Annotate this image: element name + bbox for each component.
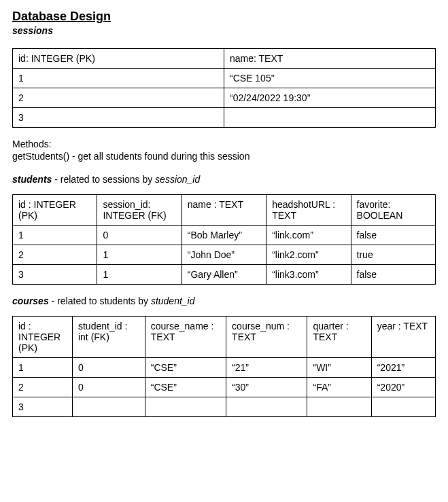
cell: 2	[13, 245, 97, 265]
table-row: id : INTEGER (PK) session_id: INTEGER (F…	[13, 195, 436, 226]
cell: 1	[13, 226, 97, 245]
cell: 0	[97, 226, 182, 245]
cell: “FA”	[307, 378, 371, 397]
cell: “link2.com”	[266, 245, 351, 265]
cell: “link3.com”	[266, 265, 351, 285]
cell: “2021”	[371, 358, 435, 378]
students-label-name: students	[12, 174, 52, 185]
students-label-key: session_id	[155, 174, 200, 185]
cell	[226, 397, 307, 417]
courses-header-quarter: quarter : TEXT	[307, 317, 371, 358]
cell	[307, 397, 371, 417]
table-row: 1 “CSE 105”	[13, 69, 436, 88]
courses-table: id : INTEGER (PK) student_id : int (FK) …	[12, 316, 436, 417]
cell: “CSE”	[145, 358, 226, 378]
cell	[145, 397, 226, 417]
courses-header-course-num: course_num : TEXT	[226, 317, 307, 358]
students-header-headshot: headshotURL : TEXT	[266, 195, 351, 226]
courses-header-student-id: student_id : int (FK)	[72, 317, 145, 358]
cell: 0	[72, 358, 145, 378]
courses-header-year: year : TEXT	[371, 317, 435, 358]
students-header-favorite: favorite: BOOLEAN	[351, 195, 435, 226]
table-row: 2 0 “CSE” “30” “FA” “2020”	[13, 378, 436, 397]
cell	[371, 397, 435, 417]
table-row: 2 “02/24/2022 19:30”	[13, 88, 436, 108]
cell: true	[351, 245, 435, 265]
courses-label-name: courses	[12, 295, 49, 306]
courses-header-course-name: course_name : TEXT	[145, 317, 226, 358]
cell: “CSE”	[145, 378, 226, 397]
table-row: id: INTEGER (PK) name: TEXT	[13, 49, 436, 69]
cell: false	[351, 265, 435, 285]
cell: “30”	[226, 378, 307, 397]
cell: “John Doe”	[182, 245, 266, 265]
cell: 1	[97, 245, 182, 265]
cell: “02/24/2022 19:30”	[224, 88, 436, 108]
students-header-session-id: session_id: INTEGER (FK)	[97, 195, 182, 226]
cell	[72, 397, 145, 417]
table-row: 3 1 “Gary Allen” “link3.com” false	[13, 265, 436, 285]
cell: “Bob Marley”	[182, 226, 266, 245]
courses-label-key: student_id	[151, 295, 195, 306]
cell: 3	[13, 108, 224, 128]
students-header-name: name : TEXT	[182, 195, 266, 226]
courses-header-id: id : INTEGER (PK)	[13, 317, 73, 358]
cell: “21”	[226, 358, 307, 378]
cell: “CSE 105”	[224, 69, 436, 88]
cell: false	[351, 226, 435, 245]
sessions-header-name: name: TEXT	[224, 49, 436, 69]
cell: “WI”	[307, 358, 371, 378]
table-row: 2 1 “John Doe” “link2.com” true	[13, 245, 436, 265]
table-row: 3	[13, 108, 436, 128]
methods-body: getStudents() - get all students found d…	[12, 151, 436, 162]
sessions-header-id: id: INTEGER (PK)	[13, 49, 224, 69]
students-header-id: id : INTEGER (PK)	[13, 195, 97, 226]
methods-label: Methods:	[12, 139, 436, 149]
table-row: 1 0 “CSE” “21” “WI” “2021”	[13, 358, 436, 378]
cell: 3	[13, 265, 97, 285]
courses-section-label: courses - related to students by student…	[12, 295, 436, 306]
students-label-rest: - related to sessions by	[52, 174, 155, 185]
cell: “2020”	[371, 378, 435, 397]
cell	[224, 108, 436, 128]
courses-label-rest: - related to students by	[49, 295, 151, 306]
page-title: Database Design	[12, 10, 436, 24]
table-row: id : INTEGER (PK) student_id : int (FK) …	[13, 317, 436, 358]
cell: “Gary Allen”	[182, 265, 266, 285]
cell: 1	[13, 69, 224, 88]
students-section-label: students - related to sessions by sessio…	[12, 174, 436, 185]
cell: “link.com”	[266, 226, 351, 245]
cell: 2	[13, 378, 73, 397]
students-table: id : INTEGER (PK) session_id: INTEGER (F…	[12, 194, 436, 285]
table-row: 3	[13, 397, 436, 417]
table-row: 1 0 “Bob Marley” “link.com” false	[13, 226, 436, 245]
cell: 1	[97, 265, 182, 285]
cell: 3	[13, 397, 73, 417]
sessions-label: sessions	[12, 25, 436, 36]
cell: 0	[72, 378, 145, 397]
cell: 2	[13, 88, 224, 108]
cell: 1	[13, 358, 73, 378]
sessions-table: id: INTEGER (PK) name: TEXT 1 “CSE 105” …	[12, 48, 436, 128]
